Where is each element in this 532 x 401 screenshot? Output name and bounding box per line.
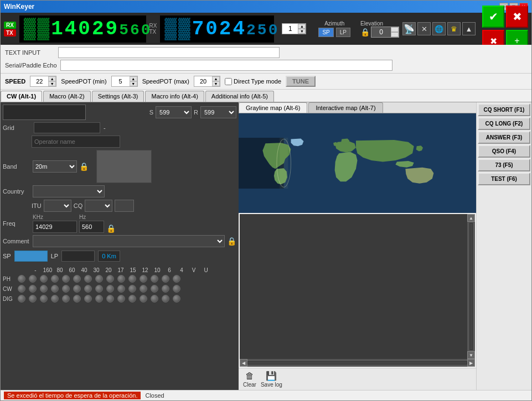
band-ph-dot-8[interactable]: [94, 274, 105, 283]
speed-pot-min-input[interactable]: 5: [112, 76, 130, 86]
band-ph-dot-3[interactable]: [38, 274, 49, 283]
tab-additional[interactable]: Additional info (Alt-5): [205, 91, 274, 102]
band-dig-dot-13[interactable]: [149, 294, 160, 303]
band-dig-dot-5[interactable]: [60, 294, 71, 303]
band-dig-dot-4[interactable]: [49, 294, 60, 303]
band-ph-dot-9[interactable]: [105, 274, 116, 283]
lp-input[interactable]: [61, 251, 95, 262]
speed-pot-max-input[interactable]: 20: [194, 76, 212, 86]
tab-cw[interactable]: CW (Alt-1): [1, 91, 42, 102]
log-scroll-up-btn[interactable]: ▲: [467, 214, 475, 222]
speed-pot-min-up[interactable]: ▲: [130, 76, 137, 81]
band-ph-dot-10[interactable]: [116, 274, 127, 283]
band-ph-dot-7[interactable]: [82, 274, 94, 283]
log-content[interactable]: [240, 214, 467, 359]
macro-test-button[interactable]: TEST (F6): [478, 173, 530, 185]
speed-up-btn[interactable]: ▲: [48, 76, 56, 81]
elevation-input[interactable]: 0: [371, 27, 391, 37]
r-select[interactable]: 599: [200, 106, 236, 118]
close-icon-button[interactable]: ✕: [417, 22, 431, 35]
band-select[interactable]: 20m 40m 80m 160m: [33, 160, 77, 173]
macro-answer-button[interactable]: ANSWER (F3): [478, 131, 530, 144]
band-ph-dot-11[interactable]: [127, 274, 138, 283]
log-scroll-right-btn[interactable]: ▶: [467, 359, 475, 367]
elevation-down-button[interactable]: ▼: [391, 32, 399, 37]
freq-khz-input[interactable]: 14029: [33, 221, 77, 233]
log-scroll-down-btn[interactable]: ▼: [467, 351, 475, 359]
tab-settings[interactable]: Settings (Alt-3): [92, 91, 144, 102]
globe-icon-button[interactable]: 🌐: [432, 22, 446, 35]
band-ph-dot-5[interactable]: [60, 274, 71, 283]
band-ph-dot-1[interactable]: [16, 274, 27, 283]
band-dig-dot-11[interactable]: [127, 294, 138, 303]
band-dig-dot-10[interactable]: [116, 294, 127, 303]
speed-pot-max-down[interactable]: ▼: [212, 81, 220, 86]
log-vertical-scrollbar[interactable]: ▲ ▼: [467, 214, 475, 359]
band-cw-dot-8[interactable]: [94, 284, 105, 293]
s-select[interactable]: 599: [156, 106, 192, 118]
map-tab-interactive[interactable]: Interactive map (Alt-7): [308, 102, 383, 113]
macro-qso-button[interactable]: QSO (F4): [478, 145, 530, 158]
band-dig-dot-12[interactable]: [138, 294, 149, 303]
tab-macro-info[interactable]: Macro info (Alt-4): [145, 91, 204, 102]
macro-cq-short-button[interactable]: CQ SHORT (F1): [478, 103, 530, 116]
frequency-display-1[interactable]: ▓▓14029560: [19, 15, 146, 43]
band-cw-dot-15[interactable]: [171, 284, 182, 293]
speed-input[interactable]: 22: [30, 76, 48, 86]
band-ph-dot-4[interactable]: [49, 274, 60, 283]
crown-icon-button[interactable]: ♛: [447, 22, 461, 35]
band-cw-dot-14[interactable]: [160, 284, 171, 293]
callsign-input[interactable]: [3, 105, 86, 120]
log-scroll-track[interactable]: [469, 223, 473, 350]
band-dig-dot-6[interactable]: [71, 294, 82, 303]
channel-input[interactable]: 1: [282, 24, 298, 34]
band-cw-dot-5[interactable]: [60, 284, 71, 293]
serial-echo-field[interactable]: [60, 60, 392, 71]
channel-up-button[interactable]: ▲: [298, 24, 306, 29]
elevation-lock-icon[interactable]: 🔒: [360, 28, 370, 37]
grid-input[interactable]: [34, 122, 100, 133]
channel-down-button[interactable]: ▼: [298, 29, 306, 34]
band-ph-dot-13[interactable]: [149, 274, 160, 283]
band-cw-dot-9[interactable]: [105, 284, 116, 293]
frequency-display-2[interactable]: ▓▓7024250: [160, 15, 274, 43]
band-dig-dot-14[interactable]: [160, 294, 171, 303]
speed-pot-max-up[interactable]: ▲: [212, 76, 220, 81]
band-dig-dot-2[interactable]: [27, 294, 38, 303]
band-dig-dot-15[interactable]: [171, 294, 182, 303]
band-dig-dot-3[interactable]: [38, 294, 49, 303]
cq-select[interactable]: [85, 200, 112, 212]
speed-down-btn[interactable]: ▼: [48, 81, 56, 86]
macro-73-button[interactable]: 73 (F5): [478, 159, 530, 171]
band-ph-dot-12[interactable]: [138, 274, 149, 283]
operator-input[interactable]: [32, 136, 120, 148]
speed-pot-min-spinner[interactable]: 5 ▲ ▼: [111, 76, 138, 87]
band-ph-dot-14[interactable]: [160, 274, 171, 283]
text-input-field[interactable]: [58, 47, 280, 58]
comment-lock-icon[interactable]: 🔒: [227, 237, 236, 246]
band-cw-dot-6[interactable]: [71, 284, 82, 293]
band-cw-dot-2[interactable]: [27, 284, 38, 293]
macro-cq-long-button[interactable]: CQ LONG (F2): [478, 117, 530, 130]
comment-select[interactable]: [33, 235, 225, 247]
sp-input[interactable]: [14, 251, 48, 262]
itu-select[interactable]: [44, 200, 71, 212]
azimuth-sp-button[interactable]: SP: [318, 28, 333, 37]
freq-lock-icon[interactable]: 🔒: [106, 224, 116, 233]
band-cw-dot-7[interactable]: [82, 284, 94, 293]
band-cw-dot-13[interactable]: [149, 284, 160, 293]
band-cw-dot-4[interactable]: [49, 284, 60, 293]
tune-button[interactable]: TUNE: [286, 76, 316, 87]
tab-macro[interactable]: Macro (Alt-2): [43, 91, 91, 102]
band-dig-dot-7[interactable]: [82, 294, 94, 303]
elevation-spinner-box[interactable]: 0 ▲ ▼: [371, 27, 399, 38]
band-cw-dot-12[interactable]: [138, 284, 149, 293]
confirm-button[interactable]: ✔: [482, 6, 504, 28]
band-cw-dot-11[interactable]: [127, 284, 138, 293]
antenna-icon-button[interactable]: 📡: [402, 22, 416, 35]
cancel-button[interactable]: ✖: [506, 6, 528, 28]
log-scroll-left-btn[interactable]: ◀: [240, 359, 247, 367]
map-tab-grayline[interactable]: Grayline map (Alt-6): [239, 102, 307, 113]
freq-hz-input[interactable]: 560: [79, 221, 104, 233]
direct-type-checkbox[interactable]: [225, 78, 232, 85]
